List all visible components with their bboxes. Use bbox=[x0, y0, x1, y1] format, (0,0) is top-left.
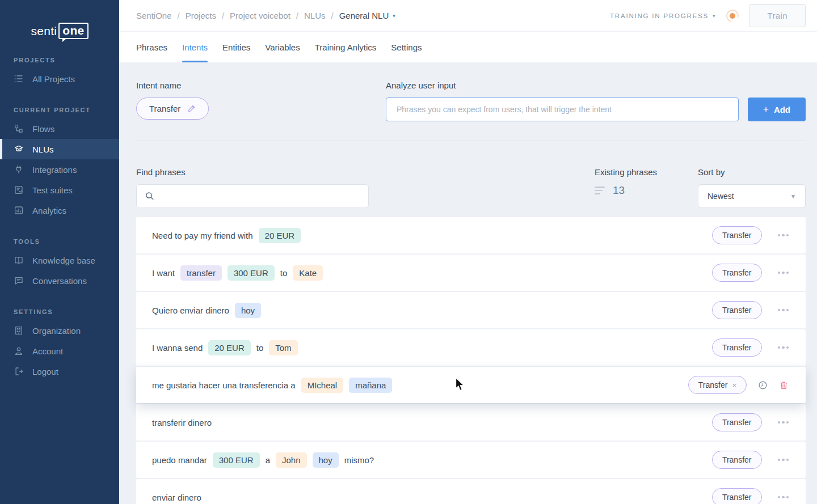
phrase-intent-tag[interactable]: Transfer bbox=[712, 301, 762, 319]
sentione-logo: sentione bbox=[0, 23, 119, 39]
breadcrumb-item[interactable]: Projects bbox=[186, 11, 216, 20]
phrase-tag-date[interactable]: hoy bbox=[313, 452, 339, 468]
phrase-row-actions: Transfer bbox=[712, 264, 789, 282]
logout-icon bbox=[14, 366, 24, 376]
intent-name-pill[interactable]: Transfer bbox=[136, 98, 209, 120]
search-input[interactable] bbox=[136, 184, 369, 208]
remove-intent-icon[interactable]: × bbox=[732, 381, 736, 389]
training-status-dropdown[interactable]: TRAINING IN PROGRESS ▾ bbox=[610, 12, 716, 19]
breadcrumb-current-nlu-dropdown[interactable]: General NLU▾ bbox=[339, 11, 395, 20]
sidebar-item-logout[interactable]: Logout bbox=[0, 361, 119, 382]
analyze-block: Analyze user input + Add bbox=[386, 81, 806, 121]
phrase-tag-amount[interactable]: 300 EUR bbox=[213, 452, 260, 468]
phrase-tag-amount[interactable]: 20 EUR bbox=[208, 340, 251, 355]
sidebar-item-label: Logout bbox=[32, 367, 58, 376]
intent-name-block: Intent name Transfer bbox=[136, 81, 386, 121]
tab-intents[interactable]: Intents bbox=[182, 32, 208, 62]
row-menu-dots-icon[interactable] bbox=[778, 456, 789, 464]
add-phrase-button[interactable]: + Add bbox=[748, 98, 806, 121]
person-icon bbox=[14, 346, 24, 356]
existing-phrases-block: Existing phrases 13 bbox=[595, 167, 698, 208]
analytics-icon bbox=[14, 205, 24, 215]
phrase-text: Quiero enviar dinerohoy bbox=[152, 303, 261, 318]
phrase-row-actions: Transfer bbox=[712, 451, 789, 469]
sidebar-item-test-suites[interactable]: Test suites bbox=[0, 180, 119, 200]
tab-settings[interactable]: Settings bbox=[391, 32, 422, 62]
sidebar-item-knowledge-base[interactable]: Knowledge base bbox=[0, 250, 119, 270]
logo-text-one: one bbox=[58, 23, 88, 39]
pencil-icon[interactable] bbox=[187, 104, 196, 113]
analyze-input[interactable] bbox=[386, 98, 739, 121]
phrase-segment: Quiero enviar dinero bbox=[152, 306, 229, 315]
sidebar-item-organization[interactable]: Organization bbox=[0, 320, 119, 341]
phrase-tag-amount[interactable]: 300 EUR bbox=[228, 265, 275, 281]
train-button[interactable]: Train bbox=[749, 4, 806, 27]
breadcrumb-item[interactable]: NLUs bbox=[304, 11, 326, 20]
row-menu-dots-icon[interactable] bbox=[778, 419, 789, 426]
list-icon bbox=[14, 74, 24, 84]
phrase-segment: I wanna send bbox=[152, 343, 203, 353]
phrase-tag-action[interactable]: transfer bbox=[180, 265, 222, 281]
sidebar-item-analytics[interactable]: Analytics bbox=[0, 200, 119, 221]
breadcrumb-item[interactable]: SentiOne bbox=[136, 11, 172, 20]
phrase-tag-person[interactable]: Tom bbox=[269, 340, 297, 355]
phrase-intent-tag[interactable]: Transfer bbox=[712, 488, 762, 504]
phrase-tag-person[interactable]: MIcheal bbox=[301, 378, 344, 393]
history-clock-icon[interactable] bbox=[758, 380, 768, 390]
sidebar-item-flows[interactable]: Flows bbox=[0, 118, 119, 139]
phrase-intent-tag[interactable]: Transfer bbox=[712, 451, 762, 469]
tab-variables[interactable]: Variables bbox=[265, 32, 300, 62]
tab-entities[interactable]: Entities bbox=[222, 32, 250, 62]
chevron-down-icon: ▼ bbox=[790, 193, 796, 200]
sidebar-item-label: Analytics bbox=[32, 206, 66, 215]
intent-form-row: Intent name Transfer Analyze user input … bbox=[136, 81, 806, 121]
phrase-intent-tag[interactable]: Transfer× bbox=[688, 376, 747, 394]
phrase-tag-person[interactable]: Kate bbox=[293, 265, 323, 281]
breadcrumb-current-label: General NLU bbox=[339, 11, 389, 20]
sidebar-item-label: Test suites bbox=[32, 185, 73, 195]
sidebar-item-integrations[interactable]: Integrations bbox=[0, 159, 119, 180]
breadcrumb-separator: / bbox=[178, 11, 180, 20]
intent-name-value: Transfer bbox=[149, 104, 180, 113]
phrase-row-actions: Transfer bbox=[712, 413, 789, 431]
sidebar-item-all-projects[interactable]: All Projects bbox=[0, 69, 119, 89]
breadcrumb-item[interactable]: Project voicebot bbox=[230, 11, 290, 20]
delete-trash-icon[interactable] bbox=[779, 380, 789, 390]
phrase-list-icon bbox=[595, 187, 605, 194]
row-menu-dots-icon[interactable] bbox=[778, 494, 789, 501]
sidebar-item-label: Flows bbox=[32, 124, 54, 134]
phrase-row: enviar dineroTransfer bbox=[136, 479, 806, 504]
sidebar-item-conversations[interactable]: Conversations bbox=[0, 270, 119, 291]
sidebar-item-nlus[interactable]: NLUs bbox=[0, 139, 119, 159]
phrase-intent-tag[interactable]: Transfer bbox=[712, 264, 762, 282]
phrase-intent-tag[interactable]: Transfer bbox=[712, 226, 762, 244]
sidebar-item-account[interactable]: Account bbox=[0, 341, 119, 361]
phrase-intent-tag[interactable]: Transfer bbox=[712, 338, 762, 357]
sort-by-block: Sort by Newest ▼ bbox=[698, 167, 806, 208]
chevron-down-icon: ▾ bbox=[713, 13, 716, 19]
phrase-tag-date[interactable]: mañana bbox=[349, 378, 392, 393]
row-menu-dots-icon[interactable] bbox=[778, 307, 789, 314]
phrase-row: I wanna send20 EURtoTomTransfer bbox=[136, 329, 806, 366]
nav-section-label: PROJECTS bbox=[14, 57, 119, 63]
phrase-text: puedo mandar300 EURaJohnhoymismo? bbox=[152, 452, 374, 468]
phrase-tag-date[interactable]: hoy bbox=[235, 303, 261, 318]
row-menu-dots-icon[interactable] bbox=[778, 269, 789, 277]
existing-phrases-count: 13 bbox=[613, 184, 625, 197]
sort-dropdown-value: Newest bbox=[707, 192, 734, 201]
breadcrumb-separator: / bbox=[222, 11, 224, 20]
phrase-segment: to bbox=[280, 268, 288, 278]
sidebar-item-label: Account bbox=[32, 346, 63, 356]
tab-training-anlytics[interactable]: Training Anlytics bbox=[315, 32, 377, 62]
sort-dropdown[interactable]: Newest ▼ bbox=[698, 184, 806, 208]
phrase-intent-label: Transfer bbox=[722, 268, 752, 277]
analyze-label: Analyze user input bbox=[386, 81, 806, 90]
row-menu-dots-icon[interactable] bbox=[778, 344, 789, 351]
phrase-intent-tag[interactable]: Transfer bbox=[712, 413, 762, 431]
tab-phrases[interactable]: Phrases bbox=[136, 32, 167, 62]
row-menu-dots-icon[interactable] bbox=[778, 232, 789, 239]
phrase-tag-person[interactable]: John bbox=[276, 452, 307, 468]
sidebar-item-label: NLUs bbox=[32, 145, 54, 154]
phrase-tag-amount[interactable]: 20 EUR bbox=[259, 228, 301, 243]
book-icon bbox=[14, 255, 24, 265]
